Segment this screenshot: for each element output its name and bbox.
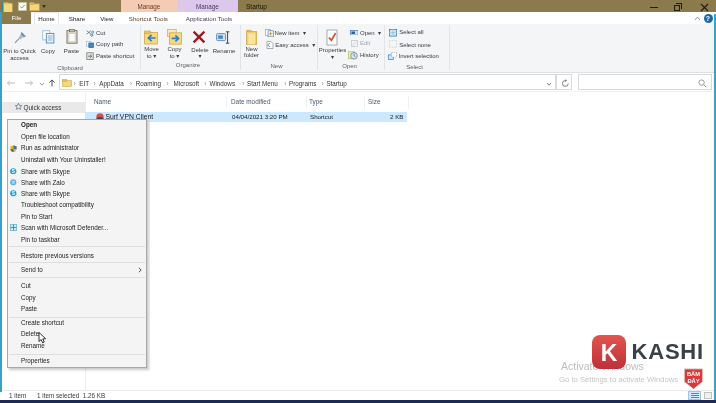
svg-text:BẤM: BẤM [687,371,700,377]
svg-text:ĐÂY: ĐÂY [687,378,699,384]
